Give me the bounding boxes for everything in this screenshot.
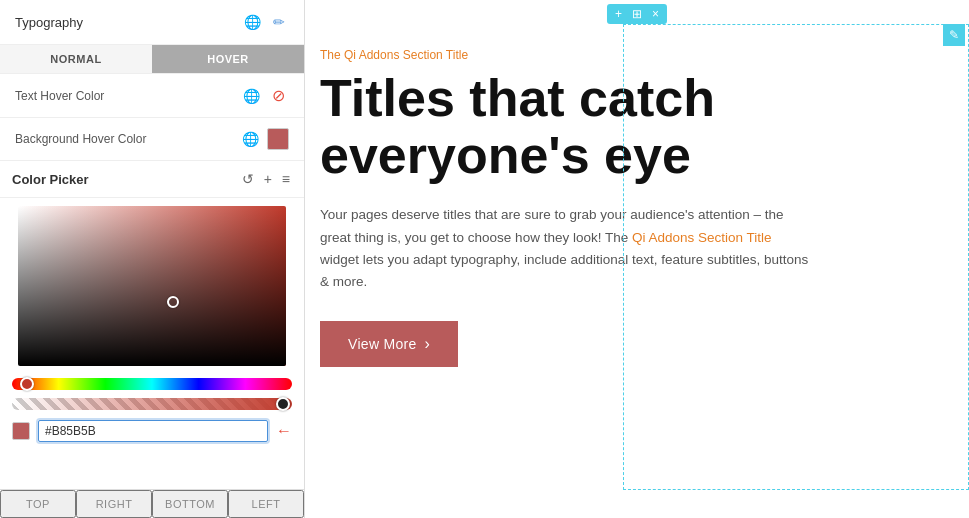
- typography-row: Typography 🌐 ✏: [0, 0, 304, 45]
- slash-icon-text-hover[interactable]: ⊘: [268, 84, 289, 107]
- globe-icon-bg-hover[interactable]: 🌐: [238, 129, 263, 149]
- alpha-slider[interactable]: [12, 398, 292, 410]
- typography-label: Typography: [15, 15, 83, 30]
- hue-slider-thumb: [20, 377, 34, 391]
- right-content: + ⊞ × ✎ The Qi Addons Section Title Titl…: [305, 0, 969, 518]
- edit-icon-typography[interactable]: ✏: [269, 12, 289, 32]
- normal-hover-tabs: NORMAL HOVER: [0, 45, 304, 74]
- view-more-label: View More: [348, 336, 417, 352]
- bg-hover-color-label: Background Hover Color: [15, 132, 146, 146]
- toolbar-grid-btn[interactable]: ⊞: [630, 7, 644, 21]
- typography-icons: 🌐 ✏: [240, 12, 289, 32]
- color-picker-title: Color Picker: [12, 172, 89, 187]
- hue-slider-wrap: [0, 374, 304, 394]
- color-picker-header: Color Picker ↺ + ≡: [0, 161, 304, 198]
- gradient-base: [18, 206, 286, 366]
- bg-hover-color-row: Background Hover Color 🌐: [0, 118, 304, 161]
- main-title: Titles that catch everyone's eye: [320, 70, 944, 184]
- add-icon[interactable]: +: [262, 169, 274, 189]
- color-gradient-area[interactable]: [18, 206, 286, 366]
- text-hover-color-label: Text Hover Color: [15, 89, 104, 103]
- text-hover-icons: 🌐 ⊘: [239, 84, 289, 107]
- content-area: The Qi Addons Section Title Titles that …: [305, 28, 969, 387]
- tab-normal[interactable]: NORMAL: [0, 45, 152, 73]
- highlight-text: Qi Addons Section Title: [632, 230, 772, 245]
- tab-bottom[interactable]: BOTTOM: [152, 490, 228, 518]
- hex-input[interactable]: [38, 420, 268, 442]
- undo-icon[interactable]: ↺: [240, 169, 256, 189]
- tab-right[interactable]: RIGHT: [76, 490, 152, 518]
- description: Your pages deserve titles that are sure …: [320, 204, 810, 293]
- edit-icon-right[interactable]: ✎: [943, 24, 965, 46]
- alpha-slider-wrap: [0, 394, 304, 414]
- hex-color-swatch: [12, 422, 30, 440]
- menu-icon[interactable]: ≡: [280, 169, 292, 189]
- hue-slider[interactable]: [12, 378, 292, 390]
- section-label: The Qi Addons Section Title: [320, 48, 944, 62]
- toolbar-plus-btn[interactable]: +: [613, 7, 624, 21]
- gradient-circle-handle[interactable]: [167, 296, 179, 308]
- tab-top[interactable]: TOP: [0, 490, 76, 518]
- left-panel: Typography 🌐 ✏ NORMAL HOVER Text Hover C…: [0, 0, 305, 518]
- top-toolbar: + ⊞ ×: [607, 4, 667, 24]
- globe-icon-typography[interactable]: 🌐: [240, 12, 265, 32]
- globe-icon-text-hover[interactable]: 🌐: [239, 86, 264, 106]
- hex-input-wrap: ←: [0, 414, 304, 450]
- toolbar-close-btn[interactable]: ×: [650, 7, 661, 21]
- arrow-icon: ←: [276, 422, 292, 440]
- tab-left[interactable]: LEFT: [228, 490, 304, 518]
- bottom-tabs: TOP RIGHT BOTTOM LEFT: [0, 489, 304, 518]
- text-hover-color-row: Text Hover Color 🌐 ⊘: [0, 74, 304, 118]
- view-more-arrow-icon: ›: [425, 335, 431, 353]
- color-picker-actions: ↺ + ≡: [240, 169, 292, 189]
- bg-hover-icons: 🌐: [238, 128, 289, 150]
- alpha-slider-thumb: [276, 397, 290, 411]
- view-more-button[interactable]: View More ›: [320, 321, 458, 367]
- bg-hover-swatch[interactable]: [267, 128, 289, 150]
- tab-hover[interactable]: HOVER: [152, 45, 304, 73]
